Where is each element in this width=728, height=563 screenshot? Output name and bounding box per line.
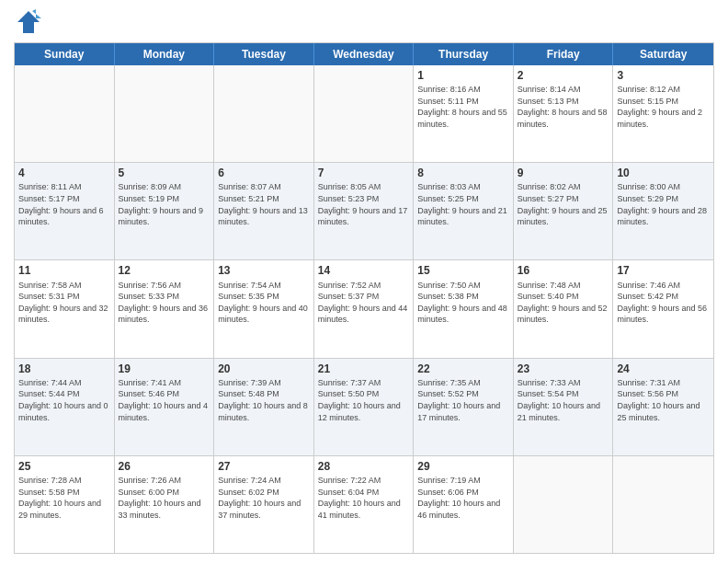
- day-info: Sunrise: 7:22 AM Sunset: 6:04 PM Dayligh…: [318, 475, 410, 521]
- day-info: Sunrise: 8:16 AM Sunset: 5:11 PM Dayligh…: [417, 84, 509, 130]
- day-info: Sunrise: 7:24 AM Sunset: 6:02 PM Dayligh…: [218, 475, 310, 521]
- day-info: Sunrise: 7:44 AM Sunset: 5:44 PM Dayligh…: [18, 377, 110, 423]
- empty-cell: [314, 65, 415, 162]
- day-info: Sunrise: 8:11 AM Sunset: 5:17 PM Dayligh…: [18, 181, 110, 227]
- calendar-row-2: 11Sunrise: 7:58 AM Sunset: 5:31 PM Dayli…: [15, 260, 713, 358]
- day-number: 14: [318, 263, 410, 278]
- day-cell-27: 27Sunrise: 7:24 AM Sunset: 6:02 PM Dayli…: [214, 456, 314, 553]
- day-info: Sunrise: 8:00 AM Sunset: 5:29 PM Dayligh…: [617, 181, 710, 227]
- calendar-header: SundayMondayTuesdayWednesdayThursdayFrid…: [15, 43, 713, 65]
- day-number: 28: [318, 459, 410, 474]
- day-info: Sunrise: 7:37 AM Sunset: 5:50 PM Dayligh…: [318, 377, 410, 423]
- day-number: 4: [18, 166, 110, 180]
- day-cell-3: 3Sunrise: 8:12 AM Sunset: 5:15 PM Daylig…: [613, 65, 713, 162]
- day-cell-2: 2Sunrise: 8:14 AM Sunset: 5:13 PM Daylig…: [514, 65, 614, 162]
- day-number: 2: [518, 68, 609, 83]
- day-cell-28: 28Sunrise: 7:22 AM Sunset: 6:04 PM Dayli…: [314, 456, 415, 553]
- day-number: 7: [318, 166, 410, 180]
- day-cell-16: 16Sunrise: 7:48 AM Sunset: 5:40 PM Dayli…: [514, 260, 614, 357]
- weekday-header-tuesday: Tuesday: [214, 43, 314, 65]
- day-number: 21: [318, 362, 410, 376]
- logo: [14, 9, 41, 35]
- day-number: 25: [18, 459, 110, 474]
- day-number: 16: [518, 263, 609, 278]
- day-info: Sunrise: 7:48 AM Sunset: 5:40 PM Dayligh…: [518, 280, 609, 326]
- day-cell-18: 18Sunrise: 7:44 AM Sunset: 5:44 PM Dayli…: [15, 359, 115, 455]
- calendar-page: SundayMondayTuesdayWednesdayThursdayFrid…: [0, 0, 728, 563]
- day-number: 1: [417, 68, 509, 83]
- day-cell-6: 6Sunrise: 8:07 AM Sunset: 5:21 PM Daylig…: [214, 163, 314, 259]
- day-cell-9: 9Sunrise: 8:02 AM Sunset: 5:27 PM Daylig…: [514, 163, 614, 259]
- day-cell-20: 20Sunrise: 7:39 AM Sunset: 5:48 PM Dayli…: [214, 359, 314, 455]
- day-number: 8: [417, 166, 509, 180]
- day-number: 17: [617, 263, 710, 278]
- day-number: 13: [218, 263, 310, 278]
- calendar-row-0: 1Sunrise: 8:16 AM Sunset: 5:11 PM Daylig…: [15, 65, 713, 163]
- day-cell-11: 11Sunrise: 7:58 AM Sunset: 5:31 PM Dayli…: [15, 260, 115, 357]
- weekday-header-wednesday: Wednesday: [314, 43, 415, 65]
- day-cell-4: 4Sunrise: 8:11 AM Sunset: 5:17 PM Daylig…: [15, 163, 115, 259]
- day-info: Sunrise: 8:09 AM Sunset: 5:19 PM Dayligh…: [119, 181, 210, 227]
- day-info: Sunrise: 7:35 AM Sunset: 5:52 PM Dayligh…: [417, 377, 509, 423]
- day-info: Sunrise: 8:14 AM Sunset: 5:13 PM Dayligh…: [518, 84, 609, 130]
- weekday-header-friday: Friday: [514, 43, 614, 65]
- day-info: Sunrise: 7:58 AM Sunset: 5:31 PM Dayligh…: [18, 280, 110, 326]
- calendar-row-1: 4Sunrise: 8:11 AM Sunset: 5:17 PM Daylig…: [15, 163, 713, 260]
- day-number: 27: [218, 459, 310, 474]
- day-number: 15: [417, 263, 509, 278]
- day-cell-29: 29Sunrise: 7:19 AM Sunset: 6:06 PM Dayli…: [414, 456, 514, 553]
- empty-cell: [613, 456, 713, 553]
- day-number: 10: [617, 166, 710, 180]
- day-number: 3: [617, 68, 710, 83]
- day-info: Sunrise: 7:46 AM Sunset: 5:42 PM Dayligh…: [617, 280, 710, 326]
- day-number: 18: [18, 362, 110, 376]
- day-info: Sunrise: 8:07 AM Sunset: 5:21 PM Dayligh…: [218, 181, 310, 227]
- day-cell-14: 14Sunrise: 7:52 AM Sunset: 5:37 PM Dayli…: [314, 260, 415, 357]
- day-info: Sunrise: 8:12 AM Sunset: 5:15 PM Dayligh…: [617, 84, 710, 130]
- empty-cell: [214, 65, 314, 162]
- day-number: 29: [417, 459, 509, 474]
- empty-cell: [115, 65, 215, 162]
- weekday-header-monday: Monday: [115, 43, 215, 65]
- day-cell-15: 15Sunrise: 7:50 AM Sunset: 5:38 PM Dayli…: [414, 260, 514, 357]
- day-info: Sunrise: 7:26 AM Sunset: 6:00 PM Dayligh…: [119, 475, 210, 521]
- weekday-header-thursday: Thursday: [414, 43, 514, 65]
- day-cell-10: 10Sunrise: 8:00 AM Sunset: 5:29 PM Dayli…: [613, 163, 713, 259]
- day-info: Sunrise: 7:56 AM Sunset: 5:33 PM Dayligh…: [119, 280, 210, 326]
- day-info: Sunrise: 8:05 AM Sunset: 5:23 PM Dayligh…: [318, 181, 410, 227]
- day-number: 23: [518, 362, 609, 376]
- day-cell-5: 5Sunrise: 8:09 AM Sunset: 5:19 PM Daylig…: [115, 163, 215, 259]
- day-cell-1: 1Sunrise: 8:16 AM Sunset: 5:11 PM Daylig…: [414, 65, 514, 162]
- day-info: Sunrise: 7:28 AM Sunset: 5:58 PM Dayligh…: [18, 475, 110, 521]
- day-info: Sunrise: 7:41 AM Sunset: 5:46 PM Dayligh…: [119, 377, 210, 423]
- empty-cell: [514, 456, 614, 553]
- day-cell-13: 13Sunrise: 7:54 AM Sunset: 5:35 PM Dayli…: [214, 260, 314, 357]
- calendar: SundayMondayTuesdayWednesdayThursdayFrid…: [14, 42, 714, 554]
- day-cell-8: 8Sunrise: 8:03 AM Sunset: 5:25 PM Daylig…: [414, 163, 514, 259]
- header: [14, 9, 714, 35]
- day-info: Sunrise: 7:31 AM Sunset: 5:56 PM Dayligh…: [617, 377, 710, 423]
- day-number: 9: [518, 166, 609, 180]
- day-number: 12: [119, 263, 210, 278]
- day-cell-7: 7Sunrise: 8:05 AM Sunset: 5:23 PM Daylig…: [314, 163, 415, 259]
- day-cell-17: 17Sunrise: 7:46 AM Sunset: 5:42 PM Dayli…: [613, 260, 713, 357]
- day-cell-12: 12Sunrise: 7:56 AM Sunset: 5:33 PM Dayli…: [115, 260, 215, 357]
- day-number: 11: [18, 263, 110, 278]
- day-cell-22: 22Sunrise: 7:35 AM Sunset: 5:52 PM Dayli…: [414, 359, 514, 455]
- day-number: 22: [417, 362, 509, 376]
- day-number: 20: [218, 362, 310, 376]
- day-info: Sunrise: 7:54 AM Sunset: 5:35 PM Dayligh…: [218, 280, 310, 326]
- day-info: Sunrise: 7:39 AM Sunset: 5:48 PM Dayligh…: [218, 377, 310, 423]
- weekday-header-saturday: Saturday: [613, 43, 713, 65]
- day-cell-19: 19Sunrise: 7:41 AM Sunset: 5:46 PM Dayli…: [115, 359, 215, 455]
- day-cell-26: 26Sunrise: 7:26 AM Sunset: 6:00 PM Dayli…: [115, 456, 215, 553]
- day-number: 19: [119, 362, 210, 376]
- day-info: Sunrise: 7:19 AM Sunset: 6:06 PM Dayligh…: [417, 475, 509, 521]
- day-info: Sunrise: 8:03 AM Sunset: 5:25 PM Dayligh…: [417, 181, 509, 227]
- calendar-row-4: 25Sunrise: 7:28 AM Sunset: 5:58 PM Dayli…: [15, 456, 713, 553]
- day-cell-23: 23Sunrise: 7:33 AM Sunset: 5:54 PM Dayli…: [514, 359, 614, 455]
- day-info: Sunrise: 7:52 AM Sunset: 5:37 PM Dayligh…: [318, 280, 410, 326]
- weekday-header-sunday: Sunday: [15, 43, 115, 65]
- empty-cell: [15, 65, 115, 162]
- day-cell-21: 21Sunrise: 7:37 AM Sunset: 5:50 PM Dayli…: [314, 359, 415, 455]
